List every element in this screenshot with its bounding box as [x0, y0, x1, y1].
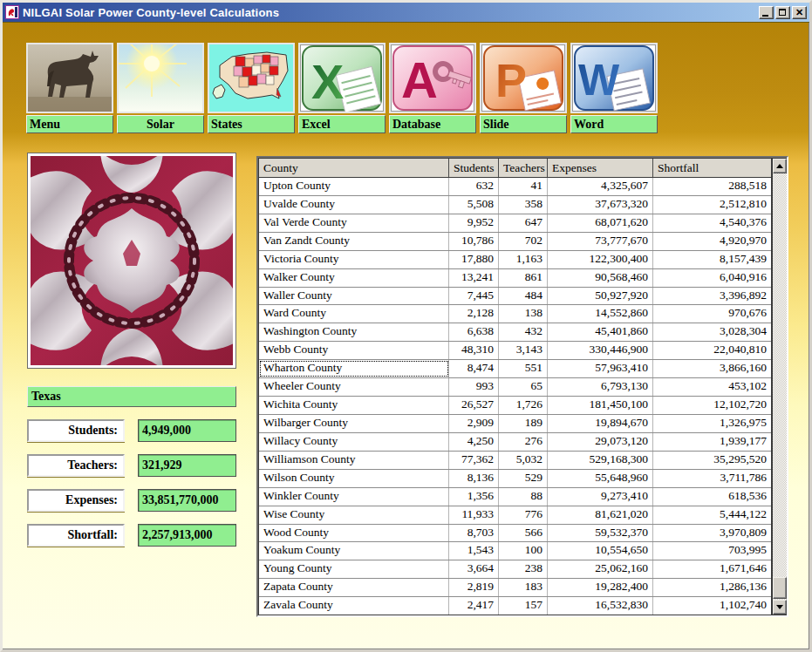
cell-students[interactable]: 2,909 — [449, 415, 499, 432]
cell-county[interactable]: Wharton County — [259, 360, 449, 377]
cell-teachers[interactable]: 861 — [499, 269, 548, 287]
cell-teachers[interactable]: 358 — [499, 196, 548, 214]
cell-students[interactable]: 7,445 — [449, 288, 499, 305]
table-row[interactable]: Williamson County77,3625,032529,168,3003… — [259, 452, 771, 470]
cell-county[interactable]: Zavala County — [259, 597, 449, 615]
cell-expenses[interactable]: 181,450,100 — [548, 397, 653, 414]
column-header-expenses[interactable]: Expenses — [548, 159, 653, 177]
cell-teachers[interactable]: 189 — [499, 415, 548, 432]
table-row[interactable]: Young County3,66423825,062,1601,671,646 — [259, 560, 771, 579]
cell-teachers[interactable]: 647 — [499, 214, 548, 232]
cell-teachers[interactable]: 551 — [499, 360, 548, 377]
cell-shortfall[interactable]: 12,102,720 — [653, 397, 771, 414]
cell-expenses[interactable]: 68,071,620 — [548, 214, 653, 232]
cell-county[interactable]: Zapata County — [259, 579, 449, 596]
cell-teachers[interactable]: 1,726 — [499, 397, 548, 414]
cell-county[interactable]: Upton County — [259, 178, 449, 195]
cell-teachers[interactable]: 238 — [499, 560, 548, 578]
cell-expenses[interactable]: 45,401,860 — [548, 323, 653, 341]
cell-shortfall[interactable]: 35,295,520 — [653, 452, 771, 469]
cell-county[interactable]: Winkler County — [259, 488, 449, 506]
cell-students[interactable]: 1,356 — [449, 488, 499, 506]
cell-shortfall[interactable]: 288,518 — [653, 178, 771, 195]
cell-teachers[interactable]: 566 — [499, 525, 548, 542]
cell-expenses[interactable]: 4,325,607 — [548, 178, 653, 195]
cell-expenses[interactable]: 10,554,650 — [548, 542, 653, 560]
cell-county[interactable]: Webb County — [259, 342, 449, 359]
cell-students[interactable]: 77,362 — [449, 452, 499, 469]
cell-teachers[interactable]: 183 — [499, 579, 548, 596]
cell-expenses[interactable]: 25,062,160 — [548, 560, 653, 578]
close-button[interactable]: ✕ — [792, 6, 807, 19]
cell-shortfall[interactable]: 703,995 — [653, 542, 771, 560]
cell-shortfall[interactable]: 3,396,892 — [653, 288, 771, 305]
cell-shortfall[interactable]: 618,536 — [653, 488, 771, 506]
table-row[interactable]: Upton County632414,325,607288,518 — [259, 178, 771, 196]
cell-teachers[interactable]: 529 — [499, 470, 548, 487]
cell-students[interactable]: 26,527 — [449, 397, 499, 414]
scroll-down-button[interactable] — [773, 600, 787, 615]
cell-teachers[interactable]: 776 — [499, 506, 548, 524]
table-row[interactable]: Yoakum County1,54310010,554,650703,995 — [259, 542, 771, 560]
table-row[interactable]: Wilson County8,13652955,648,9603,711,786 — [259, 470, 771, 488]
cell-students[interactable]: 2,819 — [449, 579, 499, 596]
cell-expenses[interactable]: 6,793,130 — [548, 378, 653, 396]
cell-county[interactable]: Wheeler County — [259, 378, 449, 396]
cell-shortfall[interactable]: 3,711,786 — [653, 470, 771, 487]
cell-expenses[interactable]: 59,532,370 — [548, 525, 653, 542]
menu-button[interactable]: Menu — [26, 43, 113, 133]
table-row[interactable]: Wichita County26,5271,726181,450,10012,1… — [259, 397, 771, 415]
cell-county[interactable]: Willacy County — [259, 433, 449, 451]
cell-students[interactable]: 993 — [449, 378, 499, 396]
cell-students[interactable]: 9,952 — [449, 214, 499, 232]
field-value-students[interactable]: 4,949,000 — [138, 419, 236, 442]
cell-students[interactable]: 3,664 — [449, 560, 499, 578]
cell-students[interactable]: 10,786 — [449, 233, 499, 250]
cell-county[interactable]: Yoakum County — [259, 542, 449, 560]
cell-teachers[interactable]: 100 — [499, 542, 548, 560]
table-row[interactable]: Van Zandt County10,78670273,777,6704,920… — [259, 233, 771, 251]
cell-students[interactable]: 1,543 — [449, 542, 499, 560]
table-row[interactable]: Ward County2,12813814,552,860970,676 — [259, 305, 771, 323]
cell-students[interactable]: 6,638 — [449, 323, 499, 341]
table-row[interactable]: Willacy County4,25027629,073,1201,939,17… — [259, 433, 771, 452]
county-grid[interactable]: County Students Teachers Expenses Shortf… — [258, 158, 772, 615]
cell-teachers[interactable]: 65 — [499, 378, 548, 396]
cell-students[interactable]: 8,703 — [449, 525, 499, 542]
cell-teachers[interactable]: 1,163 — [499, 251, 548, 268]
column-header-students[interactable]: Students — [449, 159, 499, 177]
cell-shortfall[interactable]: 5,444,122 — [653, 506, 771, 524]
cell-teachers[interactable]: 88 — [499, 488, 548, 506]
cell-teachers[interactable]: 41 — [499, 178, 548, 195]
scroll-up-button[interactable] — [773, 159, 787, 173]
cell-shortfall[interactable]: 4,540,376 — [653, 214, 771, 232]
cell-expenses[interactable]: 81,621,020 — [548, 506, 653, 524]
maximize-button[interactable] — [775, 6, 790, 19]
table-row[interactable]: Washington County6,63843245,401,8603,028… — [259, 323, 771, 342]
cell-expenses[interactable]: 19,894,670 — [548, 415, 653, 432]
cell-shortfall[interactable]: 1,671,646 — [653, 560, 771, 578]
cell-shortfall[interactable]: 1,102,740 — [653, 597, 771, 615]
table-row[interactable]: Waller County7,44548450,927,9203,396,892 — [259, 288, 771, 306]
cell-county[interactable]: Walker County — [259, 269, 449, 287]
cell-shortfall[interactable]: 3,970,809 — [653, 525, 771, 542]
cell-expenses[interactable]: 9,273,410 — [548, 488, 653, 506]
cell-teachers[interactable]: 3,143 — [499, 342, 548, 359]
table-row[interactable]: Winkler County1,356889,273,410618,536 — [259, 488, 771, 506]
cell-shortfall[interactable]: 970,676 — [653, 305, 771, 323]
cell-students[interactable]: 4,250 — [449, 433, 499, 451]
cell-students[interactable]: 48,310 — [449, 342, 499, 359]
cell-expenses[interactable]: 529,168,300 — [548, 452, 653, 469]
cell-shortfall[interactable]: 1,286,136 — [653, 579, 771, 596]
cell-shortfall[interactable]: 3,028,304 — [653, 323, 771, 341]
cell-expenses[interactable]: 14,552,860 — [548, 305, 653, 323]
table-row[interactable]: Wheeler County993656,793,130453,102 — [259, 378, 771, 397]
table-row[interactable]: Zapata County2,81918319,282,4001,286,136 — [259, 579, 771, 597]
cell-expenses[interactable]: 50,927,920 — [548, 288, 653, 305]
cell-county[interactable]: Williamson County — [259, 452, 449, 469]
cell-students[interactable]: 2,128 — [449, 305, 499, 323]
cell-shortfall[interactable]: 4,920,970 — [653, 233, 771, 250]
cell-teachers[interactable]: 702 — [499, 233, 548, 250]
cell-county[interactable]: Washington County — [259, 323, 449, 341]
cell-students[interactable]: 8,136 — [449, 470, 499, 487]
